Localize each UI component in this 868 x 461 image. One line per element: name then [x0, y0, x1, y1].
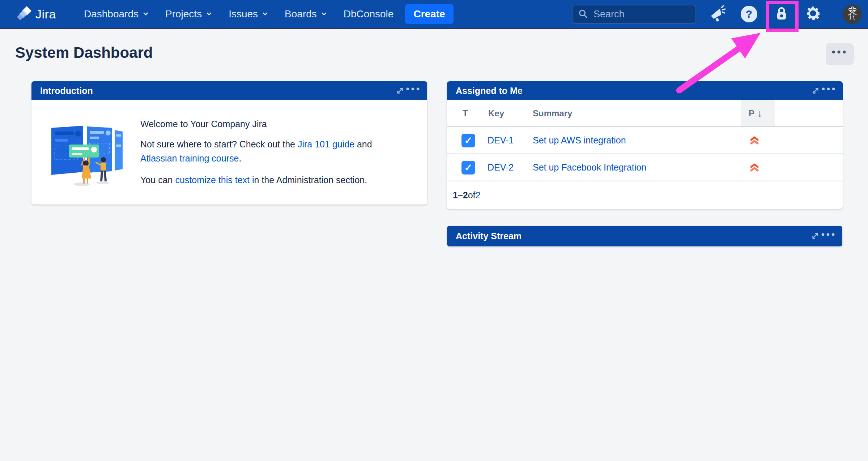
user-avatar[interactable] [843, 5, 862, 24]
jira-logo-text: Jira [35, 7, 56, 21]
jira-logo-icon [16, 5, 33, 23]
column-header-key[interactable]: Key [488, 100, 504, 126]
issue-key-link[interactable]: DEV-1 [488, 127, 514, 154]
pagination-range: 1–2 [453, 190, 468, 201]
nav-item-boards[interactable]: Boards [285, 8, 328, 20]
nav-item-dashboards[interactable]: Dashboards [84, 8, 149, 20]
chevron-down-icon [320, 8, 328, 20]
megaphone-icon [708, 5, 726, 23]
issue-key-link[interactable]: DEV-2 [488, 154, 514, 181]
issue-table-header: T Key Summary P ↓ [447, 100, 843, 127]
search-box [572, 5, 696, 24]
nav-item-label: Projects [165, 8, 202, 20]
search-input[interactable] [593, 8, 722, 20]
chevron-down-icon [142, 8, 149, 20]
chevron-down-icon [261, 8, 269, 20]
lock-icon [773, 5, 790, 23]
intro-text: . [239, 153, 241, 163]
introduction-gadget-header: Introduction ••• [31, 81, 427, 100]
intro-customize-line: You can customize this text in the Admin… [140, 173, 367, 186]
intro-welcome-line: Welcome to Your Company Jira [140, 117, 267, 130]
intro-text: and [354, 139, 372, 149]
priority-highest-icon [749, 162, 760, 173]
security-lock-button[interactable] [772, 4, 791, 24]
priority-highest-icon [749, 135, 760, 146]
column-header-summary[interactable]: Summary [533, 100, 572, 126]
jira-logo[interactable]: Jira [16, 0, 56, 28]
activity-stream-gadget: Activity Stream ••• [447, 226, 842, 246]
jira-101-guide-link[interactable]: Jira 101 guide [298, 139, 354, 149]
gadget-title: Activity Stream [456, 226, 522, 246]
sort-descending-icon: ↓ [757, 108, 762, 119]
issue-row-dev-2: ✓ DEV-2 Set up Facebook Integration [447, 154, 843, 181]
help-icon: ? [741, 6, 757, 22]
intro-text: You can [140, 175, 175, 185]
column-header-priority-label: P [749, 100, 754, 126]
issue-row-dev-1: ✓ DEV-1 Set up AWS integration [447, 127, 843, 154]
assigned-to-me-gadget: Assigned to Me ••• T Key Summary P ↓ ✓ D… [447, 81, 843, 209]
column-header-type[interactable]: T [463, 100, 468, 126]
feedback-button[interactable] [707, 4, 727, 24]
task-type-icon[interactable]: ✓ [461, 134, 475, 147]
intro-welcome-text: Welcome to Your Company Jira [140, 119, 267, 129]
task-type-icon[interactable]: ✓ [461, 161, 475, 175]
settings-button[interactable] [803, 4, 823, 24]
check-glyph: ✓ [464, 162, 473, 173]
column-header-priority-sorted[interactable]: P ↓ [741, 100, 775, 126]
search-icon [578, 8, 588, 21]
pagination: 1–2 of 2 [447, 182, 843, 209]
introduction-gadget: Introduction ••• [31, 81, 427, 204]
page-title: System Dashboard [15, 44, 153, 61]
intro-text: in the Administration section. [250, 175, 367, 185]
nav-item-projects[interactable]: Projects [165, 8, 213, 20]
dashboard-more-button[interactable]: ••• [826, 43, 854, 65]
question-mark-glyph: ? [746, 8, 752, 20]
customize-text-link[interactable]: customize this text [175, 175, 250, 185]
check-glyph: ✓ [464, 135, 473, 146]
gadget-more-icon[interactable]: ••• [821, 226, 837, 246]
nav-item-label: Issues [229, 8, 258, 20]
nav-menu: Dashboards Projects Issues Boards DbCons… [84, 0, 393, 28]
assigned-gadget-header: Assigned to Me ••• [447, 81, 843, 100]
create-button[interactable]: Create [405, 4, 454, 24]
issue-summary-link[interactable]: Set up AWS integration [533, 127, 626, 154]
pagination-total-link[interactable]: 2 [476, 190, 481, 201]
pagination-of: of [468, 190, 476, 201]
intro-illustration [48, 118, 123, 189]
help-button[interactable]: ? [739, 4, 759, 24]
expand-icon[interactable] [811, 86, 820, 95]
gadget-title: Introduction [40, 81, 93, 100]
top-navbar: Jira Dashboards Projects Issues Boards D… [0, 0, 868, 29]
gadget-title: Assigned to Me [456, 81, 523, 100]
nav-item-label: DbConsole [344, 8, 394, 20]
expand-icon[interactable] [810, 231, 820, 241]
intro-text: Not sure where to start? Check out the [140, 139, 298, 149]
avatar-doodle-icon [843, 5, 862, 24]
intro-help-line-2: Atlassian training course. [140, 152, 241, 165]
nav-item-label: Boards [285, 8, 317, 20]
nav-item-issues[interactable]: Issues [229, 8, 269, 20]
atlassian-training-link[interactable]: Atlassian training course [140, 153, 239, 163]
expand-icon[interactable] [395, 86, 405, 95]
intro-help-line-1: Not sure where to start? Check out the J… [140, 138, 372, 151]
jira-dashboard-page: Jira Dashboards Projects Issues Boards D… [0, 0, 868, 461]
nav-item-dbconsole[interactable]: DbConsole [344, 8, 394, 20]
gadget-more-icon[interactable]: ••• [822, 81, 837, 100]
nav-item-label: Dashboards [84, 8, 139, 20]
gear-icon [804, 4, 822, 24]
issue-summary-link[interactable]: Set up Facebook Integration [533, 154, 646, 181]
gadget-more-icon[interactable]: ••• [406, 81, 421, 100]
chevron-down-icon [205, 8, 213, 20]
